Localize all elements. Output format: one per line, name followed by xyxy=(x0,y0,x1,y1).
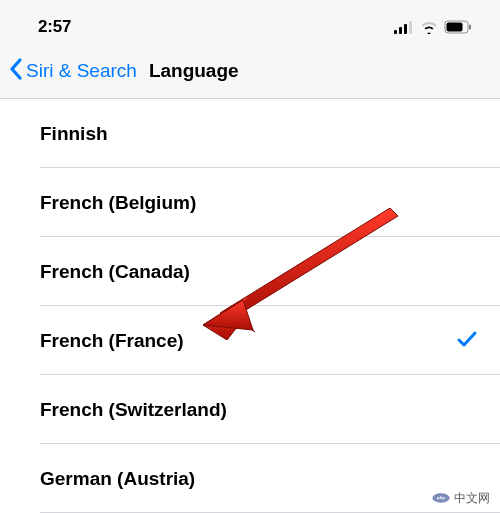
svg-rect-1 xyxy=(399,27,402,34)
language-label: French (Belgium) xyxy=(40,192,196,214)
back-label: Siri & Search xyxy=(26,60,137,82)
svg-text:php: php xyxy=(437,495,445,500)
back-button[interactable]: Siri & Search xyxy=(8,57,137,86)
navigation-bar: Siri & Search Language xyxy=(0,46,500,98)
watermark-text: 中文网 xyxy=(454,490,490,507)
svg-rect-2 xyxy=(404,24,407,34)
language-row-french-switzerland[interactable]: French (Switzerland) xyxy=(0,375,500,444)
svg-rect-0 xyxy=(394,30,397,34)
language-label: French (Switzerland) xyxy=(40,399,227,421)
battery-icon xyxy=(444,20,472,34)
chevron-left-icon xyxy=(8,57,24,86)
svg-rect-3 xyxy=(409,21,412,34)
language-label: French (France) xyxy=(40,330,184,352)
language-label: French (Canada) xyxy=(40,261,190,283)
language-row-german-austria[interactable]: German (Austria) xyxy=(0,444,500,513)
language-label: German (Austria) xyxy=(40,468,195,490)
language-row-french-belgium[interactable]: French (Belgium) xyxy=(0,168,500,237)
status-time: 2:57 xyxy=(38,17,71,37)
svg-rect-5 xyxy=(447,23,463,32)
language-label: Finnish xyxy=(40,123,108,145)
svg-rect-6 xyxy=(469,25,471,30)
page-title: Language xyxy=(149,60,239,82)
php-logo-icon: php xyxy=(432,489,450,507)
status-right xyxy=(394,20,472,34)
status-bar: 2:57 xyxy=(0,0,500,46)
language-row-french-france[interactable]: French (France) xyxy=(0,306,500,375)
language-list: Finnish French (Belgium) French (Canada)… xyxy=(0,98,500,513)
language-row-french-canada[interactable]: French (Canada) xyxy=(0,237,500,306)
watermark: php 中文网 xyxy=(432,489,490,507)
cellular-signal-icon xyxy=(394,21,414,34)
language-row-finnish[interactable]: Finnish xyxy=(0,99,500,168)
wifi-icon xyxy=(420,21,438,34)
checkmark-icon xyxy=(456,328,478,354)
